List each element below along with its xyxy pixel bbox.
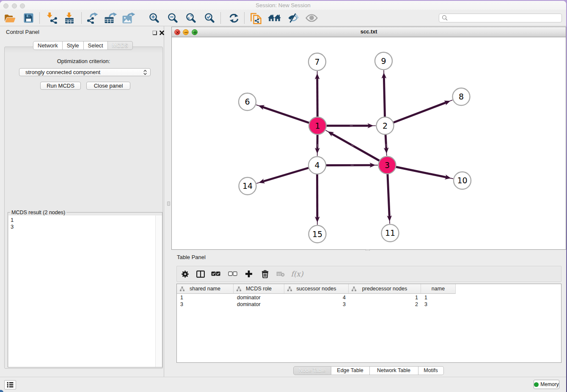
hide-selection-button[interactable] — [287, 10, 299, 26]
tab-mcds[interactable]: MCDS — [108, 41, 133, 50]
import-network-icon — [47, 12, 58, 24]
network-view-window: scc.txt 1234678910111415 — [171, 27, 566, 250]
export-image-button[interactable] — [122, 10, 135, 26]
close-panel-button[interactable]: Close panel — [86, 82, 130, 90]
column-header-shared-name[interactable]: shared name — [177, 284, 234, 294]
mcds-result-line: 1 — [8, 215, 162, 224]
tab-network[interactable]: Network — [33, 41, 63, 50]
mcds-result-line: 3 — [8, 224, 162, 230]
table-cell: 1 — [421, 294, 456, 301]
column-settings-button[interactable] — [181, 266, 189, 282]
apply-layout-button[interactable] — [228, 10, 239, 26]
toolbar-separator — [244, 12, 245, 24]
mcds-result-title: MCDS result (2 nodes) — [10, 210, 66, 215]
tab-edge-table[interactable]: Edge Table — [331, 366, 370, 375]
criterion-select[interactable]: strongly connected component — [19, 68, 151, 76]
save-icon — [24, 13, 33, 23]
network-window-titlebar: scc.txt — [172, 27, 566, 37]
column-header-successor-nodes[interactable]: successor nodes — [284, 284, 349, 294]
graph-node-label: 11 — [385, 228, 395, 237]
delete-column-button[interactable] — [260, 266, 270, 282]
copy-network-icon — [250, 12, 262, 24]
zoom-selected-button[interactable] — [204, 10, 215, 26]
graph-node-label: 15 — [312, 229, 322, 239]
fx-icon: f(x) — [291, 270, 303, 278]
export-network-button[interactable] — [86, 10, 99, 26]
export-table-icon — [105, 12, 117, 24]
toolbar-separator — [39, 12, 40, 24]
graph-node-label: 7 — [314, 57, 319, 66]
zoom-out-button[interactable] — [167, 10, 179, 26]
network-canvas[interactable]: 1234678910111415 — [172, 37, 566, 249]
column-type-icon — [180, 287, 184, 291]
graph-node-label: 2 — [383, 121, 388, 130]
plus-icon — [245, 270, 253, 278]
import-table-icon — [64, 12, 75, 24]
mcds-result-list[interactable]: 13 — [8, 215, 162, 367]
graph-node-label: 4 — [314, 160, 319, 170]
select-all-button[interactable] — [211, 266, 221, 282]
network-window-title: scc.txt — [172, 27, 566, 37]
control-panel-header: Control Panel — [0, 26, 164, 39]
table-toolbar: f(x) — [176, 266, 561, 282]
zoom-out-icon — [168, 13, 178, 23]
function-builder-button[interactable]: f(x) — [289, 266, 305, 282]
zoom-selected-icon — [204, 13, 215, 23]
table-cell: 3 — [284, 301, 349, 308]
search-field[interactable] — [439, 14, 562, 22]
add-column-button[interactable] — [244, 266, 254, 282]
tab-node-table[interactable]: Node Table — [293, 366, 331, 375]
table-cell: 3 — [177, 301, 234, 308]
result-scrollbar[interactable] — [155, 215, 162, 367]
column-header-label: MCDS role — [246, 286, 272, 292]
tab-style[interactable]: Style — [63, 41, 84, 50]
window-titlebar: Session: New Session — [0, 1, 566, 10]
export-network-icon — [87, 12, 99, 24]
export-table-button[interactable] — [104, 10, 118, 26]
split-pane-icon — [196, 271, 205, 278]
graph-node-label: 10 — [457, 176, 467, 185]
table-row[interactable]: 1dominator411 — [177, 294, 456, 301]
show-all-button[interactable] — [306, 10, 318, 26]
column-header-MCDS-role[interactable]: MCDS role — [234, 284, 284, 294]
select-chevrons-icon — [143, 69, 147, 75]
float-panel-icon[interactable] — [152, 30, 157, 35]
zoom-in-button[interactable] — [149, 10, 160, 26]
window-title: Session: New Session — [0, 1, 566, 10]
save-session-button[interactable] — [22, 10, 34, 26]
split-pane-button[interactable] — [196, 266, 205, 282]
column-header-label: shared name — [190, 286, 220, 292]
tab-motifs[interactable]: Motifs — [418, 366, 444, 375]
column-header-predecessor-nodes[interactable]: predecessor nodes — [349, 284, 421, 294]
first-neighbors-button[interactable] — [268, 10, 281, 26]
app-window: Session: New Session — [0, 1, 566, 392]
zoom-fit-button[interactable] — [185, 10, 197, 26]
tab-network-table[interactable]: Network Table — [370, 366, 418, 375]
new-network-from-selection-button[interactable] — [250, 10, 262, 26]
close-panel-icon[interactable] — [160, 30, 164, 35]
column-header-name[interactable]: name — [421, 284, 456, 294]
vertical-splitter-handle[interactable] — [167, 202, 170, 206]
column-header-label: name — [432, 286, 445, 292]
graph-node-label: 14 — [242, 181, 253, 190]
houses-icon — [268, 13, 281, 23]
node-table[interactable]: shared nameMCDS rolesuccessor nodesprede… — [176, 284, 561, 363]
run-mcds-button[interactable]: Run MCDS — [40, 82, 81, 90]
open-file-button[interactable] — [4, 10, 16, 26]
search-input[interactable] — [448, 15, 561, 21]
deselect-all-button[interactable] — [228, 266, 238, 282]
table-row[interactable]: 3dominator323 — [177, 301, 456, 308]
toolbar-separator — [81, 12, 82, 24]
gear-icon — [181, 270, 189, 278]
graph-node-label: 9 — [381, 56, 386, 66]
task-list-icon — [7, 382, 14, 388]
network-graph: 1234678910111415 — [172, 37, 566, 249]
control-panel: Control Panel Network Style Select MCDS … — [0, 26, 164, 377]
task-history-button[interactable] — [4, 380, 16, 389]
memory-button[interactable]: Memory — [534, 380, 559, 389]
import-table-button[interactable] — [63, 10, 76, 26]
import-network-button[interactable] — [46, 10, 58, 26]
delete-table-button[interactable] — [275, 266, 286, 282]
tab-select[interactable]: Select — [84, 41, 108, 50]
table-cell: dominator — [234, 301, 284, 308]
